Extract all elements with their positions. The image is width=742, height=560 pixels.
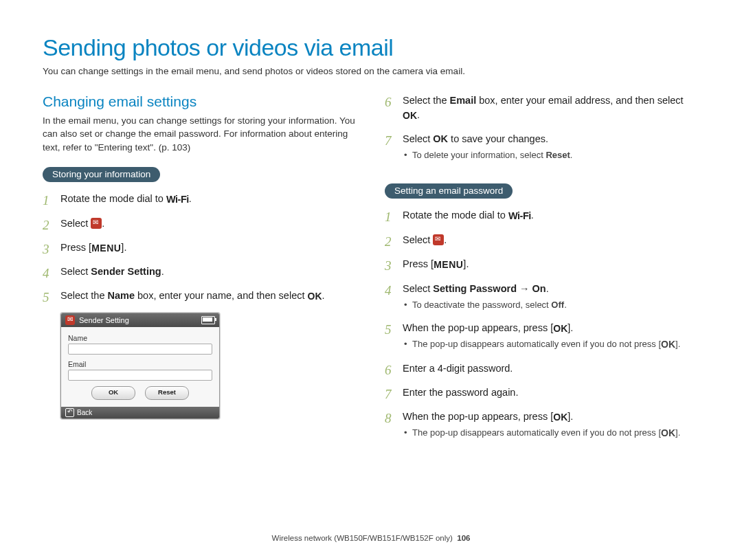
step-bold: Sender Setting <box>91 266 161 277</box>
arrow: → <box>517 283 532 294</box>
sub-bullets: To deactivate the password, select Off. <box>403 299 699 311</box>
mail-icon <box>65 315 75 325</box>
sub-text: ]. <box>675 339 680 349</box>
step-text: . <box>546 283 549 294</box>
battery-icon <box>201 316 215 324</box>
step-3: Press [MENU]. <box>43 240 357 255</box>
step-5: Select the Name box, enter your name, an… <box>43 289 357 303</box>
section-desc: In the email menu, you can change settin… <box>43 114 357 155</box>
shot-back-label: Back <box>77 409 92 416</box>
step-text: . <box>531 210 534 221</box>
step-6: Select the Email box, enter your email a… <box>385 93 699 122</box>
steps-storing: Rotate the mode dial to Wi-Fi. Select . … <box>43 192 357 304</box>
pw-step-4: Select Setting Password → On. To deactiv… <box>385 282 699 311</box>
step-text: . <box>417 109 420 120</box>
pw-step-6: Enter a 4-digit password. <box>385 361 699 376</box>
mail-icon <box>91 218 102 229</box>
shot-reset-button: Reset <box>145 386 189 400</box>
shot-footer: ↶ Back <box>61 407 219 418</box>
mail-icon <box>433 234 444 245</box>
content-columns: Changing email settings In the email men… <box>43 93 699 450</box>
step-text: Rotate the mode dial to <box>403 210 508 221</box>
step-text: Select <box>403 133 433 144</box>
pw-step-7: Enter the password again. <box>385 385 699 400</box>
sub-text: To delete your information, select <box>412 150 546 160</box>
steps-password: Rotate the mode dial to Wi-Fi. Select . … <box>385 208 699 440</box>
ok-glyph: OK <box>553 323 567 334</box>
step-text: ]. <box>567 322 573 333</box>
step-7: Select OK to save your changes. To delet… <box>385 132 699 161</box>
sub-text: . <box>564 300 567 310</box>
sub-bullet: The pop-up disappears automatically even… <box>403 427 699 440</box>
sub-text: . <box>570 150 573 160</box>
step-text: ]. <box>121 242 126 253</box>
step-text: . <box>102 218 104 229</box>
shot-body: Name Email OK Reset <box>61 327 219 407</box>
shot-email-input <box>68 370 212 381</box>
step-text: Select <box>60 266 91 277</box>
pw-step-8: When the pop-up appears, press [OK]. The… <box>385 410 699 440</box>
step-text: Select <box>60 218 91 229</box>
right-column: Select the Email box, enter your email a… <box>385 93 699 450</box>
pw-step-1: Rotate the mode dial to Wi-Fi. <box>385 208 699 223</box>
sub-text: To deactivate the password, select <box>412 300 551 310</box>
sub-bullet: To delete your information, select Reset… <box>403 149 699 161</box>
sub-bullets: The pop-up disappears automatically even… <box>403 338 699 352</box>
step-text: . <box>161 266 164 277</box>
device-screenshot: Sender Setting Name Email OK Reset ↶ Bac… <box>60 313 220 419</box>
step-bold: On <box>532 283 546 294</box>
menu-glyph: MENU <box>434 259 463 270</box>
sub-bold: Off <box>551 300 564 310</box>
step-text: When the pop-up appears, press [ <box>403 322 553 333</box>
step-text: Select <box>403 234 433 245</box>
step-text: ]. <box>463 258 469 269</box>
step-text: Select the <box>403 95 450 106</box>
shot-email-label: Email <box>68 360 212 368</box>
sub-text: ]. <box>675 427 680 438</box>
step-bold: OK <box>433 133 448 144</box>
sub-bullets: The pop-up disappears automatically even… <box>403 427 699 440</box>
step-text: When the pop-up appears, press [ <box>403 411 553 422</box>
step-bold: Setting Password <box>433 283 517 294</box>
pw-step-3: Press [MENU]. <box>385 257 699 271</box>
step-text: Press [ <box>403 258 434 269</box>
ok-glyph: OK <box>553 412 567 423</box>
step-bold: Email <box>450 95 477 106</box>
page-number: 106 <box>457 534 470 542</box>
wifi-glyph: Wi-Fi <box>508 210 531 221</box>
pill-email-password: Setting an email password <box>385 183 513 199</box>
menu-glyph: MENU <box>91 243 121 254</box>
step-bold: Name <box>108 290 135 301</box>
shot-name-label: Name <box>68 334 212 342</box>
sub-text: The pop-up disappears automatically even… <box>412 427 661 438</box>
step-text: Rotate the mode dial to <box>60 193 166 204</box>
step-text: box, enter your name, and then select <box>135 290 307 301</box>
pill-storing-info: Storing your information <box>43 167 160 182</box>
sub-bold: Reset <box>546 150 570 160</box>
pw-step-5: When the pop-up appears, press [OK]. The… <box>385 321 699 352</box>
step-text: Select the <box>60 290 108 301</box>
shot-title: Sender Setting <box>79 316 129 324</box>
page-title: Sending photos or videos via email <box>43 34 699 61</box>
wifi-glyph: Wi-Fi <box>166 194 189 205</box>
sub-bullet: To deactivate the password, select Off. <box>403 299 699 311</box>
shot-buttons: OK Reset <box>68 386 212 400</box>
pw-step-2: Select . <box>385 233 699 247</box>
section-title: Changing email settings <box>43 93 357 110</box>
intro-text: You can change settings in the email men… <box>43 65 699 78</box>
shot-header: Sender Setting <box>61 313 219 327</box>
step-text: Press [ <box>60 242 91 253</box>
step-text: Select <box>403 283 433 294</box>
left-column: Changing email settings In the email men… <box>43 93 357 450</box>
step-4: Select Sender Setting. <box>43 265 357 279</box>
step-text: . <box>322 290 325 301</box>
step-text: ]. <box>567 411 573 422</box>
page-footer: Wireless network (WB150F/WB151F/WB152F o… <box>0 534 742 542</box>
sub-bullets: To delete your information, select Reset… <box>403 149 699 161</box>
shot-ok-button: OK <box>91 386 135 400</box>
footer-text: Wireless network (WB150F/WB151F/WB152F o… <box>272 534 453 542</box>
back-icon: ↶ <box>65 408 74 417</box>
ok-glyph: OK <box>661 339 675 350</box>
steps-storing-cont: Select the Email box, enter your email a… <box>385 93 699 162</box>
step-text: . <box>189 193 192 204</box>
